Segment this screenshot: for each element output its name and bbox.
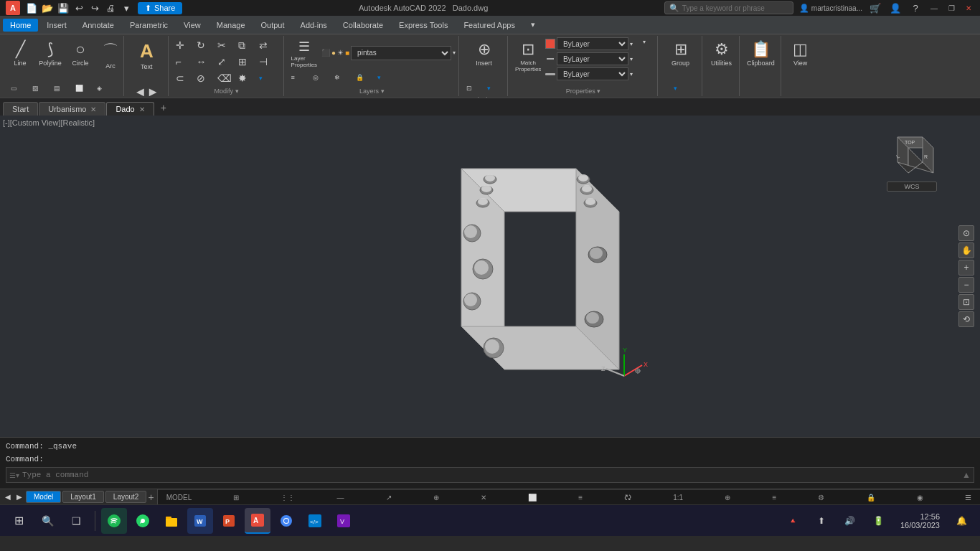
layout-right-scroll[interactable]: ▶ — [14, 492, 24, 502]
close-button[interactable]: ✕ — [963, 2, 974, 14]
line-button[interactable]: ╱ Line — [6, 37, 34, 80]
help-icon[interactable]: ? — [908, 1, 923, 15]
layer-dropdown-arrow[interactable]: ▾ — [453, 50, 456, 56]
viewcube[interactable]: TOP L R WCS — [887, 123, 937, 187]
dice-viewport[interactable] — [0, 116, 980, 437]
osnap-btn[interactable]: ⊕ — [430, 493, 442, 502]
linetype-dropdown[interactable]: ByLayer — [557, 52, 628, 65]
color-dropdown[interactable]: ByLayer — [557, 37, 628, 50]
layout1-tab[interactable]: Layout1 — [62, 491, 104, 503]
layer-match[interactable]: ≡ — [288, 71, 308, 84]
share-button[interactable]: ⬆ Share — [138, 2, 182, 14]
otrack-btn[interactable]: ✕ — [478, 493, 489, 502]
trim-button[interactable]: ✂ — [215, 38, 235, 52]
lineweight-btn[interactable]: ⬜ — [525, 493, 540, 502]
menu-collaborate[interactable]: Collaborate — [336, 19, 390, 32]
utilities-button[interactable]: ⚙ Utilities — [707, 37, 736, 80]
move-button[interactable]: ✛ — [173, 38, 193, 52]
restore-button[interactable]: ❐ — [946, 2, 957, 14]
layer-isolate[interactable]: ◎ — [310, 71, 330, 84]
zoom-in-button[interactable]: + — [958, 260, 974, 276]
menu-manage[interactable]: Manage — [209, 19, 253, 32]
rect-button[interactable]: ▭ — [8, 82, 28, 95]
snap-grid-btn[interactable]: ⊞ — [230, 493, 242, 502]
snap-btn[interactable]: — — [334, 493, 347, 502]
clipboard-button[interactable]: 📋 Clipboard — [744, 37, 778, 80]
layout2-tab[interactable]: Layout2 — [105, 491, 147, 503]
minimize-button[interactable]: — — [928, 2, 940, 14]
selection-btn[interactable]: 🗘 — [621, 493, 634, 502]
explode-button[interactable]: ✸ — [235, 71, 255, 85]
menu-view[interactable]: View — [176, 19, 208, 32]
layer-dropdown[interactable]: pintas — [351, 46, 451, 60]
settings-btn[interactable]: ⚙ — [815, 493, 827, 502]
wipeout-button[interactable]: ⊡ — [8, 96, 28, 98]
color-dropdown-arrow[interactable]: ▾ — [630, 41, 633, 47]
scale-button[interactable]: ⤢ — [215, 55, 235, 69]
match-properties-button[interactable]: ⊡ MatchProperties — [512, 37, 544, 80]
system-clock[interactable]: 12:56 16/03/2023 — [895, 512, 946, 529]
notification-button[interactable]: 🔔 — [948, 508, 974, 534]
vscode-taskbar[interactable]: </> — [302, 508, 328, 534]
model-tab[interactable]: Model — [26, 491, 61, 503]
qa-dropdown[interactable]: ▾ — [119, 1, 133, 15]
close-dado-tab[interactable]: ✕ — [139, 105, 145, 113]
undo-button[interactable]: ↩ — [72, 1, 86, 15]
create-block[interactable]: ⊡ — [463, 82, 484, 95]
menu-more[interactable]: ▾ — [524, 18, 542, 32]
menu-home[interactable]: Home — [3, 19, 38, 32]
whatsapp-taskbar[interactable] — [130, 508, 156, 534]
linetype-dropdown-arrow[interactable]: ▾ — [630, 56, 633, 62]
open-button[interactable]: 📂 — [40, 1, 55, 15]
hatch-button[interactable]: ▨ — [29, 82, 50, 95]
boundary-button[interactable]: ⬜ — [72, 82, 93, 95]
group-more[interactable]: ▾ — [671, 82, 691, 95]
tray-network[interactable]: ⬆ — [809, 508, 834, 534]
menu-annotate[interactable]: Annotate — [75, 19, 121, 32]
draw-more[interactable]: ▾ — [51, 96, 71, 98]
polar-btn[interactable]: ↗ — [383, 493, 395, 502]
layer-lock[interactable]: 🔒 — [353, 71, 373, 84]
task-view-button[interactable]: ❑ — [63, 508, 89, 534]
account-icon[interactable]: 👤 — [888, 1, 903, 15]
menu-output[interactable]: Output — [254, 19, 292, 32]
workspace-btn[interactable]: ⊕ — [722, 493, 733, 502]
text-button[interactable]: A Text — [131, 37, 161, 80]
command-dropdown-btn[interactable]: ☰▾ — [9, 471, 19, 479]
menu-parametric[interactable]: Parametric — [123, 19, 175, 32]
pan-button[interactable]: ✋ — [958, 242, 974, 258]
array-button[interactable]: ⊞ — [235, 55, 255, 69]
arc-button[interactable]: ⌒ Arc — [96, 37, 125, 80]
menu-insert[interactable]: Insert — [39, 19, 74, 32]
insert-button[interactable]: ⊕ Insert — [470, 37, 499, 80]
redo-button[interactable]: ↪ — [88, 1, 102, 15]
tray-volume[interactable]: 🔊 — [837, 508, 863, 534]
vs-taskbar[interactable]: V — [331, 508, 357, 534]
group-button[interactable]: ⊞ Group — [666, 37, 695, 80]
new-button[interactable]: 📄 — [24, 1, 39, 15]
mirror-button[interactable]: ⇄ — [256, 38, 276, 52]
menu-featured[interactable]: Featured Apps — [456, 19, 522, 32]
zoom-extents-button[interactable]: ⊡ — [958, 294, 974, 310]
chrome-taskbar[interactable] — [273, 508, 299, 534]
orbit-button[interactable]: ⊙ — [958, 225, 974, 241]
gradient-button[interactable]: ▤ — [51, 82, 71, 95]
explorer-taskbar[interactable] — [159, 508, 184, 534]
erase-button[interactable]: ⌫ — [215, 71, 235, 85]
command-input[interactable] — [22, 471, 962, 479]
isolate-btn[interactable]: ◉ — [914, 493, 926, 502]
circle-button[interactable]: ○ Circle — [66, 37, 95, 80]
tray-battery[interactable]: 🔋 — [866, 508, 892, 534]
3d-nav-button[interactable]: ⟲ — [958, 311, 974, 327]
add-tab-button[interactable]: + — [155, 100, 172, 116]
menu-addins[interactable]: Add-ins — [293, 19, 334, 32]
break-button[interactable]: ⊘ — [194, 71, 214, 85]
start-button[interactable]: ⊞ — [6, 508, 32, 534]
word-taskbar[interactable]: W — [187, 508, 213, 534]
dimension-button[interactable]: ◄► Dimension — [131, 82, 161, 98]
tray-arrow[interactable]: 🔺 — [780, 508, 806, 534]
properties-more[interactable]: ▾ — [634, 37, 654, 47]
autocad-taskbar[interactable]: A — [245, 508, 270, 534]
layer-freeze[interactable]: ❄ — [331, 71, 352, 84]
menu-express[interactable]: Express Tools — [392, 19, 455, 32]
